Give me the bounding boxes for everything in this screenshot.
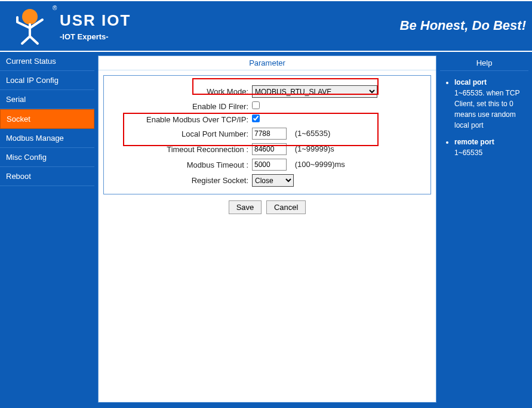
registered-mark: ® — [53, 5, 57, 11]
register-socket-select[interactable]: Close — [252, 174, 294, 187]
timeout-reconnection-input[interactable] — [252, 143, 287, 155]
slogan: Be Honest, Do Best! — [400, 18, 526, 33]
enable-modbus-tcpip-checkbox[interactable] — [252, 115, 260, 122]
sidebar: Current Status Local IP Config Serial So… — [0, 52, 94, 406]
sidebar-item-reboot[interactable]: Reboot — [0, 167, 94, 186]
logo-icon — [9, 7, 51, 45]
enable-modbus-tcpip-label: Enable Modbus Over TCP/IP: — [116, 115, 252, 124]
sidebar-item-socket[interactable]: Socket — [0, 109, 94, 129]
header: ® USR IOT -IOT Experts- Be Honest, Do Be… — [0, 0, 532, 51]
work-mode-label: Work Mode: — [116, 87, 252, 96]
help-title: Help — [440, 55, 528, 71]
modbus-timeout-label: Modbus Timeout : — [116, 160, 252, 169]
enable-id-filter-checkbox[interactable] — [252, 101, 260, 109]
help-panel: Help local port 1~65535. when TCP Client… — [440, 55, 528, 403]
modbus-timeout-input[interactable] — [252, 159, 287, 171]
sidebar-item-modbus-manage[interactable]: Modbus Manage — [0, 129, 94, 148]
modbus-timeout-hint: (100~9999)ms — [295, 160, 345, 169]
brand-subtitle: -IOT Experts- — [60, 32, 131, 41]
local-port-hint: (1~65535) — [295, 129, 331, 138]
help-item-remote-port: remote port 1~65535 — [454, 137, 522, 158]
local-port-input[interactable] — [252, 128, 287, 140]
timeout-reconnection-hint: (1~99999)s — [295, 144, 334, 153]
sidebar-item-misc-config[interactable]: Misc Config — [0, 148, 94, 167]
enable-id-filter-label: Enable ID Filrer: — [116, 102, 252, 111]
content-panel: Parameter Work Mode: MODBUS_RTU_SLAVE En… — [98, 55, 436, 403]
parameter-form: Work Mode: MODBUS_RTU_SLAVE Enable ID Fi… — [103, 75, 431, 194]
register-socket-label: Register Socket: — [116, 176, 252, 185]
brand-title: USR IOT — [60, 11, 131, 30]
work-mode-select[interactable]: MODBUS_RTU_SLAVE — [252, 85, 377, 98]
sidebar-item-current-status[interactable]: Current Status — [0, 52, 94, 71]
sidebar-item-local-ip-config[interactable]: Local IP Config — [0, 71, 94, 90]
cancel-button[interactable]: Cancel — [266, 200, 306, 214]
local-port-label: Local Port Number: — [116, 129, 252, 138]
help-item-local-port: local port 1~65535. when TCP Client, set… — [454, 77, 522, 131]
sidebar-item-serial[interactable]: Serial — [0, 90, 94, 109]
save-button[interactable]: Save — [229, 200, 262, 214]
timeout-reconnection-label: Timeout Reconnection : — [116, 145, 252, 154]
panel-title: Parameter — [99, 56, 436, 70]
